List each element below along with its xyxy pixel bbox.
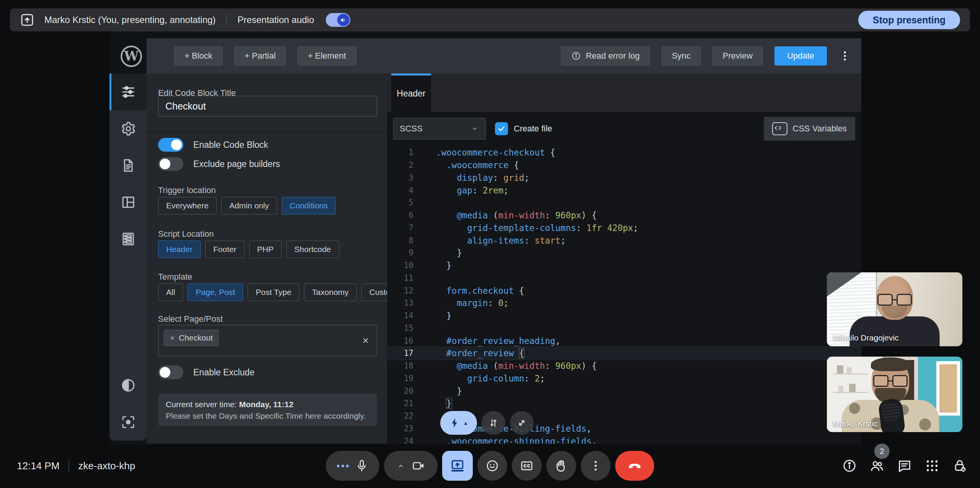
read-error-log-button[interactable]: Read error log	[561, 46, 650, 66]
option-post-type[interactable]: Post Type	[248, 283, 299, 301]
line-number: 21	[387, 399, 424, 408]
tab-strip	[387, 74, 861, 112]
bolt-icon	[449, 417, 461, 429]
toolbar-menu-button[interactable]	[838, 49, 851, 62]
add-partial-button[interactable]: + Partial	[234, 46, 286, 66]
preview-button[interactable]: Preview	[712, 46, 763, 66]
toggle-knob	[337, 14, 350, 26]
sidebar-item-documents[interactable]	[109, 147, 147, 184]
option-all[interactable]: All	[158, 283, 183, 301]
option-php[interactable]: PHP	[249, 241, 282, 258]
arrows-vertical-icon	[488, 417, 499, 429]
exclude-page-builders-label: Exclude page builders	[193, 159, 280, 169]
meet-top-bar: Marko Krstic (You, presenting, annotatin…	[10, 8, 970, 31]
option-taxonomy[interactable]: Taxonomy	[304, 283, 357, 301]
raise-hand-button[interactable]	[546, 451, 576, 481]
selected-page-chip[interactable]: Checkout	[164, 330, 219, 346]
add-block-button[interactable]: + Block	[174, 46, 223, 66]
meeting-details-button[interactable]	[841, 457, 858, 474]
page-post-select[interactable]: Checkout	[158, 325, 377, 356]
clear-selection-icon[interactable]	[361, 336, 370, 345]
glasses	[873, 375, 908, 387]
expand-editor-button[interactable]	[510, 411, 534, 435]
code-line-8: 8 align-items: start;	[387, 234, 861, 247]
code-block-title-input[interactable]	[158, 96, 377, 116]
option-shortcode[interactable]: Shortcode	[286, 241, 339, 258]
participant-head	[872, 359, 909, 403]
info-icon	[571, 51, 581, 61]
sidebar-item-focus-mode[interactable]	[109, 404, 147, 441]
contrast-icon	[120, 377, 136, 393]
meet-status-left: 12:14 PM zke-axto-khp	[17, 458, 135, 473]
option-admin-only[interactable]: Admin only	[221, 197, 277, 215]
framed-art	[936, 361, 960, 416]
apps-grid-icon	[924, 458, 940, 473]
exclude-page-builders-toggle[interactable]	[158, 157, 183, 171]
create-file-checkbox[interactable]	[495, 122, 508, 135]
stop-presenting-button[interactable]: Stop presenting	[858, 11, 960, 29]
chevron-down-icon	[470, 124, 479, 133]
sync-button[interactable]: Sync	[662, 46, 701, 66]
lock-badge-icon	[952, 458, 967, 473]
enable-exclude-label: Enable Exclude	[193, 367, 255, 378]
enable-code-block-row: Enable Code Block	[158, 138, 268, 152]
code-line-16: 16 #order_review_heading,	[387, 334, 861, 347]
file-icon	[120, 157, 136, 174]
add-element-button[interactable]: + Element	[297, 46, 356, 66]
participant-video-1[interactable]: Mihailo Dragojevic	[827, 272, 962, 346]
editor-controls: SCSS Create file CSS Variables	[387, 112, 861, 146]
more-options-button[interactable]	[581, 451, 611, 481]
code-line-15: 15	[387, 322, 861, 335]
beard	[882, 306, 908, 318]
sidebar-item-lists[interactable]	[109, 221, 147, 257]
shelf	[833, 392, 868, 393]
captions-button[interactable]	[512, 451, 542, 481]
chevron-up-icon[interactable]	[396, 461, 405, 470]
line-number: 17	[387, 349, 424, 358]
present-button[interactable]	[442, 451, 473, 481]
enable-code-block-toggle[interactable]	[158, 138, 183, 152]
phone-down-icon	[626, 457, 643, 474]
read-error-log-label: Read error log	[586, 51, 640, 61]
end-call-button[interactable]	[615, 451, 654, 481]
option-conditions[interactable]: Conditions	[282, 197, 336, 215]
line-number: 8	[387, 236, 424, 245]
sidebar-item-layout[interactable]	[109, 184, 147, 221]
language-select[interactable]: SCSS	[393, 118, 486, 139]
code-line-20: 20 }	[387, 385, 861, 397]
people-button[interactable]: 2	[869, 457, 885, 474]
hair	[871, 357, 910, 371]
option-everywhere[interactable]: Everywhere	[158, 197, 217, 215]
reactions-button[interactable]	[477, 451, 507, 481]
sidebar-item-code-blocks[interactable]	[109, 74, 147, 110]
sidebar-item-settings[interactable]	[109, 110, 147, 147]
code-line-9: 9 }	[387, 247, 861, 259]
css-variables-button[interactable]: CSS Variables	[764, 117, 855, 141]
code-lines[interactable]: 1.woocommerce-checkout {2 .woocommerce {…	[387, 146, 861, 444]
scroll-sync-button[interactable]	[482, 411, 505, 435]
call-controls	[326, 451, 654, 481]
presentation-audio-toggle[interactable]	[326, 13, 350, 27]
captions-icon	[520, 459, 534, 473]
enable-exclude-toggle[interactable]	[158, 365, 183, 379]
audio-activity-dots	[337, 465, 349, 467]
chat-button[interactable]	[896, 457, 913, 474]
shelf-frame	[838, 386, 843, 392]
annotate-button[interactable]: ▲	[440, 411, 477, 435]
camera-button[interactable]	[384, 451, 438, 481]
host-controls-button[interactable]	[951, 457, 968, 474]
chip-remove-icon[interactable]	[170, 335, 175, 341]
exclude-page-builders-row: Exclude page builders	[158, 157, 280, 171]
smile-icon	[485, 459, 499, 473]
option-page-post[interactable]: Page, Post	[188, 283, 243, 301]
activities-button[interactable]	[924, 457, 941, 474]
participant-video-2[interactable]: Marko Krstic	[827, 357, 962, 432]
code-line-14: 14 }	[387, 310, 861, 322]
microphone-button[interactable]	[326, 451, 379, 481]
sidebar-item-theme-toggle[interactable]	[109, 367, 147, 404]
update-button[interactable]: Update	[774, 46, 827, 66]
tab-header[interactable]: Header	[391, 74, 431, 112]
option-header[interactable]: Header	[158, 241, 201, 258]
option-footer[interactable]: Footer	[205, 241, 245, 258]
line-number: 5	[387, 198, 424, 207]
